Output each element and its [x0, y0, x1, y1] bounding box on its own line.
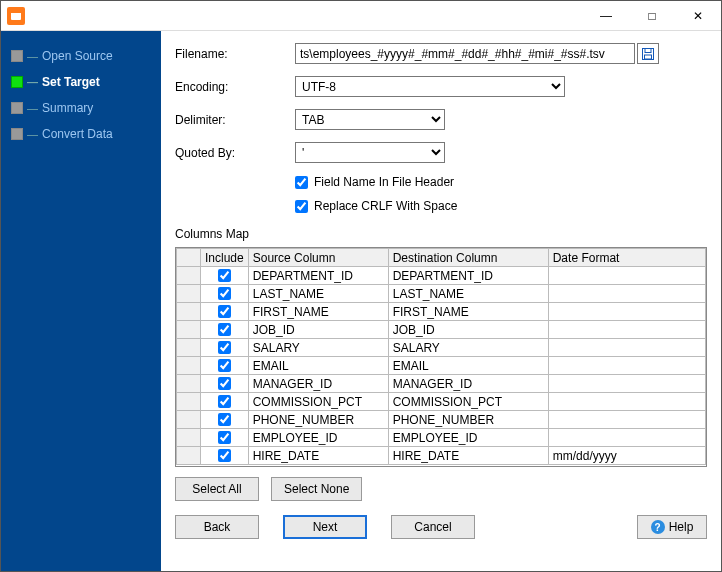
- dest-cell[interactable]: FIRST_NAME: [388, 303, 548, 321]
- step-marker-icon: [11, 102, 23, 114]
- dateformat-cell[interactable]: [548, 321, 705, 339]
- table-row[interactable]: EMPLOYEE_IDEMPLOYEE_ID: [177, 429, 706, 447]
- svg-rect-3: [645, 48, 651, 52]
- source-cell[interactable]: MANAGER_ID: [248, 375, 388, 393]
- include-checkbox[interactable]: [218, 413, 231, 426]
- dest-cell[interactable]: EMAIL: [388, 357, 548, 375]
- table-row[interactable]: JOB_IDJOB_ID: [177, 321, 706, 339]
- table-row[interactable]: DEPARTMENT_IDDEPARTMENT_ID: [177, 267, 706, 285]
- row-header[interactable]: [177, 321, 201, 339]
- sidebar-item-set-target[interactable]: —Set Target: [1, 69, 161, 95]
- sidebar-item-convert-data[interactable]: —Convert Data: [1, 121, 161, 147]
- source-cell[interactable]: DEPARTMENT_ID: [248, 267, 388, 285]
- row-header[interactable]: [177, 393, 201, 411]
- window-maximize-button[interactable]: □: [629, 1, 675, 31]
- dest-cell[interactable]: PHONE_NUMBER: [388, 411, 548, 429]
- source-cell[interactable]: PHONE_NUMBER: [248, 411, 388, 429]
- cancel-button[interactable]: Cancel: [391, 515, 475, 539]
- encoding-label: Encoding:: [175, 80, 295, 94]
- row-header[interactable]: [177, 267, 201, 285]
- include-checkbox[interactable]: [218, 359, 231, 372]
- row-header[interactable]: [177, 447, 201, 465]
- connector: —: [27, 50, 38, 62]
- dateformat-cell[interactable]: [548, 285, 705, 303]
- dest-cell[interactable]: COMMISSION_PCT: [388, 393, 548, 411]
- table-row[interactable]: PHONE_NUMBERPHONE_NUMBER: [177, 411, 706, 429]
- filename-input[interactable]: [295, 43, 635, 64]
- table-row[interactable]: SALARYSALARY: [177, 339, 706, 357]
- dest-cell[interactable]: MANAGER_ID: [388, 375, 548, 393]
- table-row[interactable]: LAST_NAMELAST_NAME: [177, 285, 706, 303]
- table-row[interactable]: EMAILEMAIL: [177, 357, 706, 375]
- dateformat-cell[interactable]: [548, 393, 705, 411]
- delimiter-label: Delimiter:: [175, 113, 295, 127]
- dest-cell[interactable]: JOB_ID: [388, 321, 548, 339]
- include-checkbox[interactable]: [218, 431, 231, 444]
- columns-map-table[interactable]: Include Source Column Destination Column…: [175, 247, 707, 467]
- source-cell[interactable]: EMPLOYEE_ID: [248, 429, 388, 447]
- source-cell[interactable]: JOB_ID: [248, 321, 388, 339]
- dest-cell[interactable]: HIRE_DATE: [388, 447, 548, 465]
- dest-cell[interactable]: SALARY: [388, 339, 548, 357]
- source-cell[interactable]: SALARY: [248, 339, 388, 357]
- dest-cell[interactable]: EMPLOYEE_ID: [388, 429, 548, 447]
- svg-rect-4: [645, 55, 652, 59]
- row-header[interactable]: [177, 375, 201, 393]
- include-checkbox[interactable]: [218, 287, 231, 300]
- row-header[interactable]: [177, 429, 201, 447]
- encoding-select[interactable]: UTF-8: [295, 76, 565, 97]
- select-all-button[interactable]: Select All: [175, 477, 259, 501]
- quoted-by-select[interactable]: ': [295, 142, 445, 163]
- row-header[interactable]: [177, 285, 201, 303]
- row-header[interactable]: [177, 339, 201, 357]
- table-row[interactable]: MANAGER_IDMANAGER_ID: [177, 375, 706, 393]
- col-dest-header[interactable]: Destination Column: [388, 249, 548, 267]
- dateformat-cell[interactable]: [548, 339, 705, 357]
- table-row[interactable]: HIRE_DATEHIRE_DATEmm/dd/yyyy: [177, 447, 706, 465]
- replace-crlf-checkbox[interactable]: [295, 200, 308, 213]
- dateformat-cell[interactable]: [548, 411, 705, 429]
- dateformat-cell[interactable]: [548, 429, 705, 447]
- source-cell[interactable]: HIRE_DATE: [248, 447, 388, 465]
- row-header[interactable]: [177, 303, 201, 321]
- window-close-button[interactable]: ✕: [675, 1, 721, 31]
- col-include-header[interactable]: Include: [201, 249, 249, 267]
- table-row[interactable]: FIRST_NAMEFIRST_NAME: [177, 303, 706, 321]
- back-button[interactable]: Back: [175, 515, 259, 539]
- sidebar-item-label: Summary: [42, 101, 93, 115]
- include-checkbox[interactable]: [218, 305, 231, 318]
- sidebar-item-label: Convert Data: [42, 127, 113, 141]
- dest-cell[interactable]: DEPARTMENT_ID: [388, 267, 548, 285]
- browse-button[interactable]: [637, 43, 659, 64]
- field-name-header-checkbox[interactable]: [295, 176, 308, 189]
- dateformat-cell[interactable]: [548, 303, 705, 321]
- include-checkbox[interactable]: [218, 395, 231, 408]
- source-cell[interactable]: EMAIL: [248, 357, 388, 375]
- delimiter-select[interactable]: TAB: [295, 109, 445, 130]
- step-marker-icon: [11, 50, 23, 62]
- include-checkbox[interactable]: [218, 341, 231, 354]
- row-header[interactable]: [177, 411, 201, 429]
- help-button[interactable]: ? Help: [637, 515, 707, 539]
- sidebar-item-open-source[interactable]: —Open Source: [1, 43, 161, 69]
- source-cell[interactable]: LAST_NAME: [248, 285, 388, 303]
- source-cell[interactable]: COMMISSION_PCT: [248, 393, 388, 411]
- include-checkbox[interactable]: [218, 269, 231, 282]
- dateformat-cell[interactable]: [548, 375, 705, 393]
- dateformat-cell[interactable]: mm/dd/yyyy: [548, 447, 705, 465]
- dest-cell[interactable]: LAST_NAME: [388, 285, 548, 303]
- row-header[interactable]: [177, 357, 201, 375]
- sidebar-item-summary[interactable]: —Summary: [1, 95, 161, 121]
- col-dateformat-header[interactable]: Date Format: [548, 249, 705, 267]
- dateformat-cell[interactable]: [548, 267, 705, 285]
- include-checkbox[interactable]: [218, 449, 231, 462]
- table-row[interactable]: COMMISSION_PCTCOMMISSION_PCT: [177, 393, 706, 411]
- window-minimize-button[interactable]: —: [583, 1, 629, 31]
- include-checkbox[interactable]: [218, 323, 231, 336]
- source-cell[interactable]: FIRST_NAME: [248, 303, 388, 321]
- dateformat-cell[interactable]: [548, 357, 705, 375]
- col-source-header[interactable]: Source Column: [248, 249, 388, 267]
- select-none-button[interactable]: Select None: [271, 477, 362, 501]
- include-checkbox[interactable]: [218, 377, 231, 390]
- next-button[interactable]: Next: [283, 515, 367, 539]
